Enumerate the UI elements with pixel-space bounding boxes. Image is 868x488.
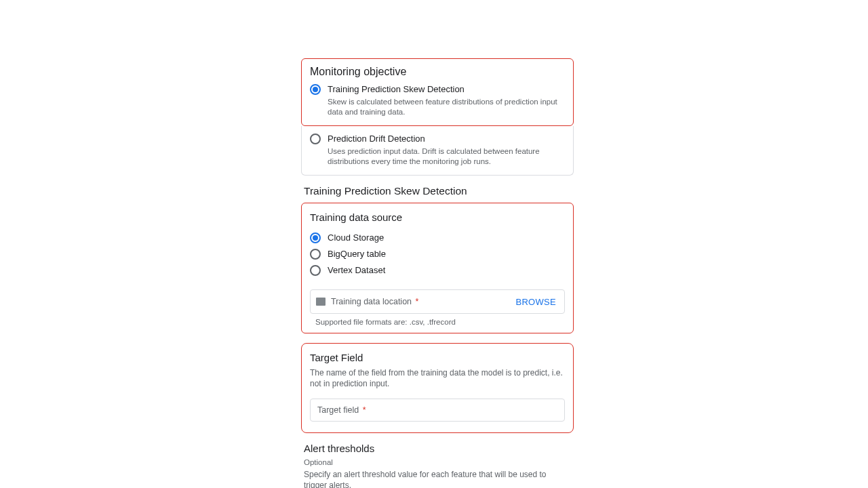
file-format-hint: Supported file formats are: .csv, .tfrec… <box>315 318 565 326</box>
radio-label: Prediction Drift Detection <box>328 133 565 145</box>
radio-icon <box>310 232 321 243</box>
monitoring-options-extra: Prediction Drift Detection Uses predicti… <box>301 126 574 176</box>
radio-label: Training Prediction Skew Detection <box>328 83 565 96</box>
radio-cloud-storage[interactable]: Cloud Storage <box>310 230 565 246</box>
input-label: Target field * <box>317 405 557 415</box>
radio-drift-detection[interactable]: Prediction Drift Detection Uses predicti… <box>310 131 565 168</box>
radio-icon <box>310 84 321 95</box>
training-data-source-title: Training data source <box>310 211 565 223</box>
radio-label: Vertex Dataset <box>328 264 385 277</box>
radio-vertex-dataset[interactable]: Vertex Dataset <box>310 262 565 279</box>
target-field-title: Target Field <box>310 352 565 363</box>
alert-thresholds-description: Specify an alert threshold value for eac… <box>304 469 571 488</box>
alert-thresholds-title: Alert thresholds <box>304 443 571 454</box>
radio-icon <box>310 265 321 276</box>
training-data-location-input[interactable]: Training data location * BROWSE <box>310 289 565 314</box>
section-heading: Training Prediction Skew Detection <box>304 185 574 197</box>
radio-bigquery-table[interactable]: BigQuery table <box>310 246 565 262</box>
radio-icon <box>310 134 321 144</box>
monitoring-objective-card: Monitoring objective Training Prediction… <box>301 58 574 126</box>
radio-skew-detection[interactable]: Training Prediction Skew Detection Skew … <box>310 82 565 119</box>
target-field-input[interactable]: Target field * <box>310 399 565 422</box>
radio-label: Cloud Storage <box>328 232 384 244</box>
radio-label: BigQuery table <box>328 248 386 260</box>
training-data-source-card: Training data source Cloud Storage BigQu… <box>301 203 574 333</box>
monitoring-objective-title: Monitoring objective <box>310 66 565 78</box>
radio-icon <box>310 249 321 260</box>
input-label: Training data location * <box>331 297 514 306</box>
alert-thresholds-section: Alert thresholds Optional Specify an ale… <box>301 443 574 488</box>
radio-description: Skew is calculated between feature distr… <box>328 97 565 117</box>
target-field-description: The name of the field from the training … <box>310 367 565 389</box>
optional-label: Optional <box>304 458 571 466</box>
browse-button[interactable]: BROWSE <box>514 294 557 310</box>
folder-icon <box>316 298 326 306</box>
training-location-wrap: Training data location * BROWSE Supporte… <box>310 289 565 326</box>
radio-description: Uses prediction input data. Drift is cal… <box>328 146 565 167</box>
target-field-card: Target Field The name of the field from … <box>301 343 574 433</box>
